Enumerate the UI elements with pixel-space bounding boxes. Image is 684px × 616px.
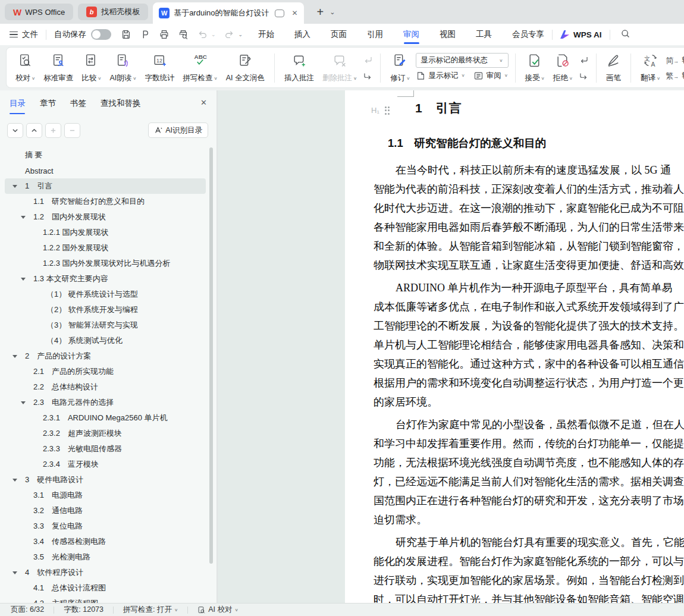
sidebar-scrollbar[interactable]: [209, 147, 213, 564]
toc-item[interactable]: 3.1 电源电路: [5, 488, 206, 503]
feedback-icon[interactable]: [275, 10, 284, 17]
word-count-indicator[interactable]: 字数: 12073: [64, 605, 103, 615]
toc-item[interactable]: 摘 要: [5, 147, 206, 163]
collapse-triangle-icon[interactable]: [21, 278, 26, 281]
toc-item[interactable]: 3.3 复位电路: [5, 518, 206, 534]
toc-expand-down-button[interactable]: [7, 123, 23, 138]
markup-state-select[interactable]: 显示标记的最终状态 ∨: [416, 53, 509, 68]
autosave-toggle[interactable]: [91, 29, 111, 40]
collapse-triangle-icon[interactable]: [12, 571, 17, 574]
toc-item[interactable]: 1.3 本文研究主要内容: [5, 271, 206, 287]
ai-polish-button[interactable]: AI 全文润色: [222, 51, 269, 85]
sidebar-tab-chapters[interactable]: 章节: [40, 98, 56, 114]
ai-recognize-toc-button[interactable]: AI识别目录: [148, 122, 208, 138]
document-page[interactable]: H₁ 1 引言 1.1 研究智能台灯的意义和目的 在当今时代，科技正以前所未有的…: [345, 90, 684, 603]
toc-item[interactable]: 2.3.3 光敏电阻传感器: [5, 441, 206, 457]
previous-change-icon[interactable]: [578, 53, 589, 68]
collapse-triangle-icon[interactable]: [12, 355, 17, 358]
menu-item-start[interactable]: 开始: [258, 24, 274, 45]
toc-item[interactable]: 3 硬件电路设计: [5, 472, 206, 488]
sidebar-tab-bookmarks[interactable]: 书签: [70, 98, 86, 114]
show-markup-button[interactable]: 显示标记∨: [416, 68, 465, 83]
toc-item[interactable]: 2 产品的设计方案: [5, 348, 206, 364]
toc-item[interactable]: （4） 系统测试与优化: [5, 333, 206, 348]
toc-zoom-out-button[interactable]: [64, 123, 80, 138]
ai-proofread-status[interactable]: AI 校对∨: [197, 605, 239, 615]
save-icon[interactable]: [121, 29, 131, 40]
toc-item[interactable]: 2.3.4 蓝牙模块: [5, 457, 206, 472]
close-tab-icon[interactable]: ✕: [292, 9, 298, 17]
toc-item[interactable]: 1.1 研究智能台灯的意义和目的: [5, 194, 206, 209]
page-indicator[interactable]: 页面: 6/32: [11, 605, 44, 615]
print-preview-icon[interactable]: [178, 29, 189, 40]
toc-item[interactable]: 2.3.1 ARDUINO Mega2560 单片机: [5, 410, 206, 426]
accept-change-button[interactable]: 接受∨: [521, 51, 549, 85]
toc-item[interactable]: 1.2 国内外发展现状: [5, 209, 206, 225]
toc-item[interactable]: 3.2 通信电路: [5, 503, 206, 518]
collapse-triangle-icon[interactable]: [21, 401, 26, 404]
sidebar-tab-toc[interactable]: 目录: [10, 98, 26, 114]
next-change-icon[interactable]: [578, 68, 589, 84]
traditional-to-simplified-button[interactable]: 繁→ 转简: [666, 68, 684, 84]
menu-item-reference[interactable]: 引用: [367, 24, 383, 45]
toc-item[interactable]: 1.2.3 国内外发展现状对比与机遇分析: [5, 256, 206, 271]
heading-level-marker[interactable]: H₁: [371, 106, 390, 115]
toc-item[interactable]: 4.2 主程序流程图: [5, 596, 206, 603]
menu-item-member-benefits[interactable]: 会员专享: [512, 24, 544, 45]
simplified-to-traditional-button[interactable]: 简→ 转繁: [666, 53, 684, 68]
translate-button[interactable]: 文A 翻译∨: [636, 51, 664, 85]
toc-item[interactable]: 1.2.1 国内发展现状: [5, 225, 206, 240]
toc-item[interactable]: 2.1 产品的所实现功能: [5, 364, 206, 379]
tab-docer-templates[interactable]: b 找稻壳模板: [78, 4, 148, 20]
spell-check-button[interactable]: ABC 拼写检查∨: [179, 51, 222, 85]
tab-list-caret-icon[interactable]: ⌄: [330, 8, 335, 16]
delete-comment-button[interactable]: 删除批注∨: [318, 51, 361, 85]
spell-check-status[interactable]: 拼写检查: 打开∨: [123, 605, 178, 615]
toc-item[interactable]: （1） 硬件系统设计与选型: [5, 287, 206, 302]
toc-item[interactable]: 1 引言: [5, 178, 206, 194]
export-pdf-icon[interactable]: [140, 29, 150, 40]
redo-icon[interactable]: [224, 29, 235, 40]
compare-button[interactable]: 比较∨: [77, 51, 105, 85]
insert-comment-button[interactable]: 插入批注: [280, 51, 318, 85]
menu-item-insert[interactable]: 插入: [294, 24, 310, 45]
toc-item[interactable]: （3） 智能算法研究与实现: [5, 318, 206, 333]
close-sidebar-icon[interactable]: ✕: [200, 98, 207, 107]
toc-item[interactable]: 3.4 传感器检测电路: [5, 534, 206, 549]
collapse-triangle-icon[interactable]: [12, 479, 17, 482]
toc-item[interactable]: 4.1 总体设计流程图: [5, 580, 206, 596]
collapse-triangle-icon[interactable]: [12, 185, 17, 188]
toc-collapse-up-button[interactable]: [26, 123, 42, 138]
track-changes-button[interactable]: 修订∨: [386, 51, 414, 85]
toc-item[interactable]: 2.3 电路元器件的选择: [5, 395, 206, 410]
ai-read-aloud-button[interactable]: AI朗读∨: [105, 51, 140, 85]
review-pane-button[interactable]: 审阅∨: [473, 68, 508, 83]
drag-handle-icon[interactable]: [385, 106, 390, 115]
new-tab-button[interactable]: +: [317, 5, 324, 19]
print-icon[interactable]: [159, 29, 170, 40]
ink-brush-button[interactable]: 画笔: [602, 51, 625, 85]
tab-document-active[interactable]: W 基于arduino的智能台灯设计 ✕: [153, 2, 303, 24]
word-count-button[interactable]: 12 字数统计: [141, 51, 179, 85]
tab-wps-office[interactable]: W WPS Office: [5, 4, 73, 20]
menu-item-page[interactable]: 页面: [331, 24, 347, 45]
previous-comment-icon[interactable]: [362, 53, 374, 68]
sidebar-tab-find-replace[interactable]: 查找和替换: [101, 98, 141, 114]
toc-item[interactable]: 1.2.2 国外发展现状: [5, 240, 206, 256]
collapse-triangle-icon[interactable]: [21, 216, 26, 219]
toc-item[interactable]: Abstract: [5, 163, 206, 178]
proofread-button[interactable]: 校对∨: [11, 51, 39, 85]
toc-item[interactable]: 3.5 光检测电路: [5, 549, 206, 565]
undo-icon[interactable]: [197, 29, 208, 40]
next-comment-icon[interactable]: [362, 68, 374, 84]
file-menu-button[interactable]: 文件: [10, 29, 38, 40]
toc-item[interactable]: 2.2 总体结构设计: [5, 379, 206, 395]
search-icon[interactable]: [620, 29, 630, 40]
reject-change-button[interactable]: 拒绝∨: [549, 51, 577, 85]
menu-item-review[interactable]: 审阅: [403, 24, 419, 45]
toc-zoom-in-button[interactable]: [45, 123, 61, 138]
menu-item-view[interactable]: 视图: [440, 24, 456, 45]
toc-item[interactable]: 4 软件程序设计: [5, 565, 206, 580]
standard-review-button[interactable]: 标准审查: [39, 51, 77, 85]
menu-item-tools[interactable]: 工具: [476, 24, 492, 45]
